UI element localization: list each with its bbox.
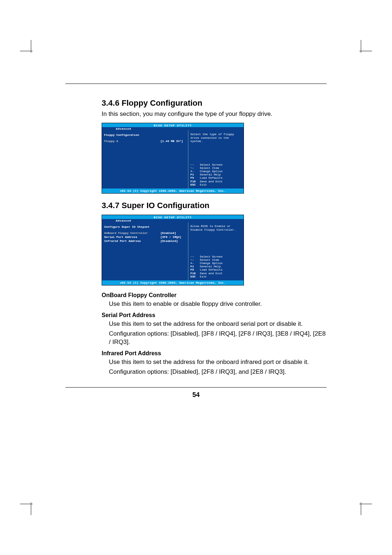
bios-key-action: Save and Exit <box>200 180 222 183</box>
bios-footer: v02.54 (C) Copyright 1985-2003, American… <box>102 189 244 193</box>
section-heading-superio: 3.4.7 Super IO Configuration <box>102 201 327 210</box>
bios-screenshot-floppy: BIOS SETUP UTILITY Advanced Floppy Confi… <box>102 123 244 194</box>
bios-key-action: Select Screen <box>200 163 222 166</box>
bios-key-line: ESCExit <box>191 275 241 278</box>
bios-tab-advanced: Advanced <box>102 127 244 130</box>
bios-setting-row: OnBoard Floppy Controller[Enabled] <box>104 231 186 235</box>
bios-key: +- <box>191 262 200 265</box>
bios-key: +- <box>191 170 200 173</box>
crop-mark <box>31 502 31 515</box>
bios-key-help: ←→Select Screen↑↓Select Item+-Change Opt… <box>191 163 241 186</box>
bios-footer: v02.54 (C) Copyright 1985-2003, American… <box>102 280 244 285</box>
bios-key-line: ↑↓Select Item <box>191 166 241 170</box>
bios-right-panel: Select the type of floppy drive connecte… <box>188 130 244 189</box>
bios-setting-row: Infrared Port Address[Disabled] <box>104 239 186 243</box>
bios-setting-name: Floppy A <box>104 139 153 143</box>
bios-key-action: General Help <box>200 265 221 268</box>
section-heading-floppy: 3.4.6 Floppy Configuration <box>102 98 327 108</box>
bios-key-line: ←→Select Screen <box>191 163 241 166</box>
bios-key-line: +-Change Option <box>191 262 241 265</box>
bottom-rule <box>65 387 327 388</box>
bios-panel-title: Configure Super IO Chipset <box>104 225 186 228</box>
bios-key: F9 <box>191 176 200 179</box>
option-desc-infrared-2: Configuration options: [Disabled], [2F8 … <box>109 368 327 376</box>
bios-key-action: Save and Exit <box>200 272 222 275</box>
bios-key-line: F10Save and Exit <box>191 272 241 275</box>
bios-key-line: ←→Select Screen <box>191 255 241 258</box>
bios-key-action: Select Item <box>200 258 219 262</box>
bios-help-text: Allow BIOS to Enable or Disable Floppy C… <box>191 224 241 231</box>
bios-panel-title: Floppy Configuration <box>104 133 186 137</box>
bios-screenshot-superio: BIOS SETUP UTILITY Advanced Configure Su… <box>102 215 244 285</box>
bios-tab-advanced: Advanced <box>102 219 244 222</box>
bios-key-line: +-Change Option <box>191 170 241 173</box>
bios-key-action: Load Defaults <box>200 176 222 179</box>
bios-key: ↑↓ <box>191 258 200 262</box>
bios-setting-value: [1.44 MB 3½"] <box>160 139 183 143</box>
bios-setting-row: Serial Port Address[3F8 / IRQ4] <box>104 235 186 239</box>
bios-key-line: F1General Help <box>191 173 241 176</box>
bios-key-action: Exit <box>200 183 207 186</box>
crop-mark <box>359 504 372 504</box>
crop-mark <box>31 40 31 53</box>
option-label-serial: Serial Port Address <box>102 312 327 319</box>
bios-key-action: Select Item <box>200 166 219 170</box>
bios-key-action: General Help <box>200 173 221 176</box>
bios-setting-row: Floppy A[1.44 MB 3½"] <box>104 139 186 143</box>
crop-mark <box>359 51 372 51</box>
page-content: 3.4.6 Floppy Configuration In this secti… <box>65 84 327 399</box>
bios-right-panel: Allow BIOS to Enable or Disable Floppy C… <box>188 222 244 280</box>
option-desc-serial-1: Use this item to set the address for the… <box>109 320 327 328</box>
bios-setting-value: [3F8 / IRQ4] <box>160 235 181 239</box>
bios-setting-name: Serial Port Address <box>104 235 153 239</box>
option-desc-serial-2: Configuration options: [Disabled], [3F8 … <box>109 330 327 347</box>
page-number: 54 <box>65 391 327 399</box>
bios-setting-value: [Enabled] <box>160 231 176 235</box>
bios-key: F1 <box>191 265 200 268</box>
option-label-infrared: Infrared Port Address <box>102 350 327 357</box>
bios-key-action: Select Screen <box>200 255 222 258</box>
bios-help-text: Select the type of floppy drive connecte… <box>191 133 241 143</box>
bios-left-panel: Floppy Configuration Floppy A[1.44 MB 3½… <box>102 130 188 189</box>
bios-key-help: ←→Select Screen↑↓Select Item+-Change Opt… <box>191 255 241 278</box>
option-desc-onboard: Use this item to enable or disable flopp… <box>109 300 327 308</box>
bios-key: F10 <box>191 180 200 183</box>
bios-key: ←→ <box>191 163 200 166</box>
bios-left-panel: Configure Super IO Chipset OnBoard Flopp… <box>102 222 188 280</box>
bios-key: ESC <box>191 275 200 278</box>
option-label-onboard: OnBoard Floppy Controller <box>102 292 327 299</box>
bios-setting-value: [Disabled] <box>160 239 178 243</box>
crop-mark <box>361 40 361 53</box>
bios-title: BIOS SETUP UTILITY <box>102 215 244 219</box>
bios-key-action: Change Option <box>200 170 222 173</box>
bios-key-action: Exit <box>200 275 207 278</box>
bios-key: F1 <box>191 173 200 176</box>
bios-key-line: F10Save and Exit <box>191 180 241 183</box>
bios-key: F10 <box>191 272 200 275</box>
bios-key: ←→ <box>191 255 200 258</box>
bios-key-line: F9Load Defaults <box>191 268 241 271</box>
bios-key: F9 <box>191 268 200 271</box>
bios-setting-name: OnBoard Floppy Controller <box>104 231 153 235</box>
bios-key-line: F9Load Defaults <box>191 176 241 179</box>
bios-title: BIOS SETUP UTILITY <box>102 123 244 127</box>
bios-setting-name: Infrared Port Address <box>104 239 153 243</box>
crop-mark <box>361 502 361 515</box>
bios-key-action: Change Option <box>200 262 222 265</box>
bios-key-line: F1General Help <box>191 265 241 268</box>
bios-key: ↑↓ <box>191 166 200 170</box>
bios-key-action: Load Defaults <box>200 268 222 271</box>
section-intro-floppy: In this section, you may configure the t… <box>102 110 327 118</box>
option-desc-infrared-1: Use this item to set the address for the… <box>109 358 327 366</box>
bios-key: ESC <box>191 183 200 186</box>
bios-key-line: ESCExit <box>191 183 241 186</box>
bios-key-line: ↑↓Select Item <box>191 258 241 262</box>
top-rule <box>65 84 327 84</box>
